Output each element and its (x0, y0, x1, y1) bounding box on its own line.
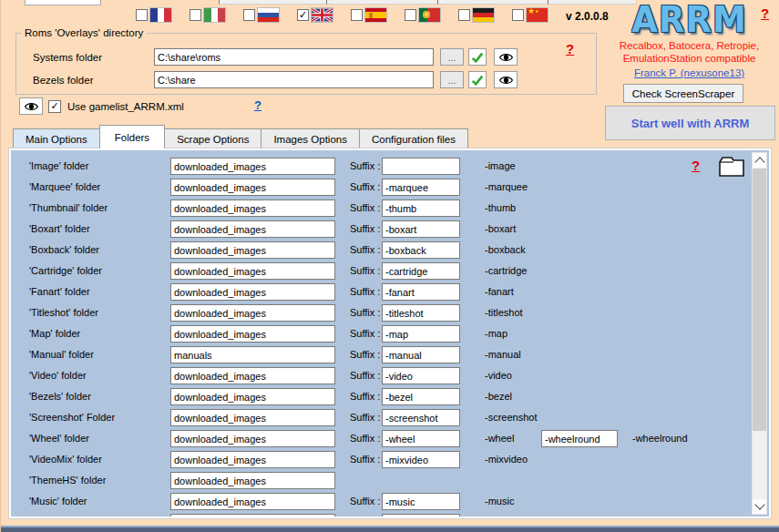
row-label: 'Bezels' folder (29, 391, 91, 402)
suffix-caption: Suffix : (350, 412, 380, 423)
folder-browse-icon[interactable] (718, 155, 745, 179)
language-checkbox[interactable] (297, 9, 309, 21)
scrollbar-down-button[interactable] (753, 499, 766, 514)
help-link-folders[interactable]: ? (692, 158, 700, 173)
systems-eye-button[interactable] (494, 48, 518, 66)
suffix-caption: Suffix : (350, 349, 380, 360)
tab-configuration-files[interactable]: Configuration files (359, 128, 468, 148)
language-checkbox[interactable] (512, 9, 524, 21)
folder-input[interactable] (170, 158, 335, 175)
folder-input[interactable] (170, 325, 335, 343)
systems-browse-button[interactable]: ... (440, 48, 464, 66)
folder-input[interactable] (170, 241, 335, 259)
suffix-input[interactable] (382, 220, 460, 238)
suffix-input[interactable] (382, 200, 460, 217)
suffix-input[interactable] (382, 158, 460, 175)
folder-input[interactable] (170, 179, 335, 196)
folder-input[interactable] (170, 514, 335, 517)
bezels-browse-button[interactable]: ... (440, 71, 464, 88)
language-option-french (136, 8, 186, 22)
suffix-input[interactable] (382, 262, 460, 280)
suffix-input[interactable] (382, 409, 460, 426)
flag-chinese-icon (527, 8, 548, 22)
row-label: 'Marquee' folder (29, 181, 100, 192)
tab-label: Configuration files (372, 134, 456, 145)
suffix-caption: Suffix : (350, 433, 380, 444)
folder-input[interactable] (170, 451, 335, 468)
suffix-input[interactable] (382, 367, 460, 384)
extra-suffix-name: -wheelround (632, 433, 688, 444)
bezels-folder-label: Bezels folder (33, 75, 93, 86)
tab-images-options[interactable]: Images Options (261, 128, 360, 148)
language-checkbox[interactable] (243, 9, 255, 21)
language-checkbox[interactable] (136, 9, 148, 21)
tab-folders[interactable]: Folders (99, 125, 165, 148)
folder-settings-row: 'Titleshot' folder Suffix : -titleshot (11, 304, 769, 323)
language-selector-row (136, 8, 562, 22)
suffix-name: -cartridge (485, 265, 527, 276)
gamelist-eye-button[interactable] (19, 97, 43, 115)
folder-input[interactable] (170, 472, 335, 489)
version-label: v 2.0.0.8 (566, 10, 609, 23)
systems-folder-input[interactable] (154, 48, 434, 66)
folder-input[interactable] (170, 262, 335, 280)
row-label: 'Cartridge' folder (29, 265, 102, 276)
folder-settings-row: 'VideoMix' folder Suffix : -mixvideo (11, 451, 769, 470)
extra-suffix-input[interactable] (541, 430, 618, 447)
use-gamelist-checkbox[interactable] (48, 100, 61, 113)
suffix-input[interactable] (382, 304, 460, 322)
suffix-caption: Suffix : (350, 391, 380, 402)
language-checkbox[interactable] (458, 9, 470, 21)
suffix-input[interactable] (382, 241, 460, 259)
language-option-portuguese (405, 8, 455, 22)
suffix-caption: Suffix : (350, 307, 380, 318)
folder-input[interactable] (170, 220, 335, 238)
language-checkbox[interactable] (351, 9, 363, 21)
brand-subtitle-line2: EmulationStation compatible (605, 53, 774, 64)
folder-input[interactable] (170, 409, 335, 426)
folder-input[interactable] (170, 283, 335, 301)
suffix-caption: Suffix : (350, 370, 380, 381)
author-link[interactable]: Franck P. (nexusone13) (605, 67, 774, 78)
suffix-name: -wheel (485, 433, 514, 444)
check-screenscraper-button[interactable]: Check ScreenScraper (623, 84, 743, 103)
row-label: 'Titleshot' folder (29, 307, 98, 318)
tab-label: Scrape Options (177, 134, 249, 145)
language-checkbox[interactable] (405, 9, 416, 21)
bezels-folder-input[interactable] (154, 71, 434, 88)
folder-input[interactable] (170, 367, 335, 384)
folder-input[interactable] (170, 304, 335, 322)
suffix-input[interactable] (382, 388, 460, 405)
suffix-input[interactable] (382, 325, 460, 343)
suffix-input[interactable] (382, 514, 460, 517)
row-label: 'Fanart' folder (29, 286, 90, 297)
start-well-with-arrm-button[interactable]: Start well with ARRM (605, 106, 775, 140)
help-link-roms-group[interactable]: ? (566, 41, 574, 56)
scrollbar-thumb[interactable] (753, 169, 766, 431)
suffix-input[interactable] (382, 283, 460, 301)
scrollbar-up-button[interactable] (753, 153, 766, 168)
suffix-input[interactable] (382, 451, 460, 468)
folder-settings-row: 'Fanart' folder Suffix : -fanart (11, 283, 769, 302)
folder-input[interactable] (170, 430, 335, 447)
tab-main-options[interactable]: Main Options (13, 128, 100, 148)
folder-input[interactable] (170, 493, 335, 510)
suffix-input[interactable] (382, 179, 460, 196)
vertical-scrollbar[interactable] (752, 152, 767, 515)
folder-input[interactable] (170, 346, 335, 363)
folders-tab-page: 'Image' folder Suffix : -image 'Marquee'… (8, 148, 772, 519)
suffix-name: -boxback (485, 244, 526, 255)
tab-scrape-options[interactable]: Scrape Options (164, 128, 261, 148)
suffix-input[interactable] (382, 346, 460, 363)
folder-input[interactable] (170, 388, 335, 405)
folder-settings-row: 'Bezels' folder Suffix : -bezel (11, 388, 769, 407)
folder-input[interactable] (170, 200, 335, 217)
bezels-valid-check-icon (468, 71, 487, 88)
folder-settings-row: 'Video' folder Suffix : -video (11, 367, 769, 386)
suffix-name: -music (485, 496, 514, 506)
suffix-input[interactable] (382, 430, 460, 447)
help-link-gamelist[interactable]: ? (254, 98, 261, 112)
bezels-eye-button[interactable] (494, 71, 518, 88)
suffix-input[interactable] (382, 493, 460, 510)
language-checkbox[interactable] (190, 9, 201, 21)
